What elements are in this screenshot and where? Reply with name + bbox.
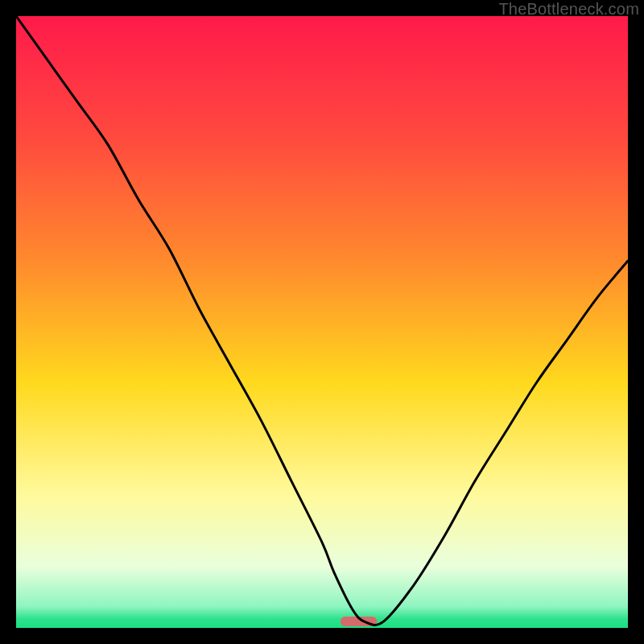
chart-background: [16, 16, 628, 628]
bottleneck-chart: [16, 16, 628, 628]
chart-frame: TheBottleneck.com: [0, 0, 644, 644]
